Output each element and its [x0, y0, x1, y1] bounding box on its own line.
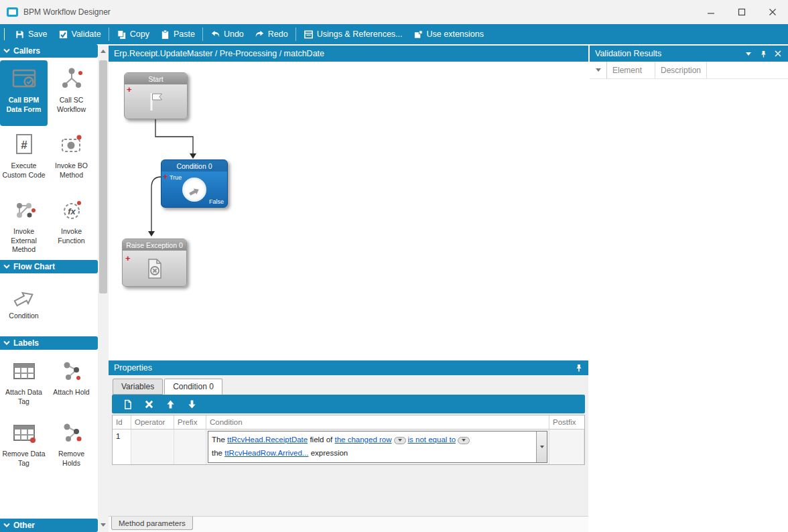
delete-row-button[interactable]: [139, 396, 159, 412]
column-element[interactable]: Element: [607, 62, 655, 78]
other-label: Other: [13, 521, 35, 530]
true-branch-label[interactable]: True: [170, 174, 182, 181]
validate-button[interactable]: Validate: [53, 24, 107, 44]
panel-pin-button[interactable]: [759, 49, 768, 58]
section-header-other[interactable]: Other: [0, 519, 98, 532]
tab-method-parameters[interactable]: Method parameters: [111, 517, 193, 530]
cell-condition[interactable]: The ttRcvHead.ReceiptDate field of the c…: [206, 429, 549, 464]
filter-dropdown-button[interactable]: [590, 62, 607, 78]
validation-filter-row: Element Description: [590, 62, 788, 79]
scrollbar-thumb[interactable]: [99, 60, 107, 293]
copy-button[interactable]: Copy: [111, 24, 155, 44]
tool-remove-data-tag[interactable]: Remove Data Tag: [0, 414, 48, 476]
cell-id: 1: [113, 429, 131, 464]
scroll-down-icon[interactable]: [101, 523, 106, 527]
operator-dropdown[interactable]: [458, 437, 470, 444]
add-marker-icon[interactable]: +: [163, 174, 168, 180]
section-header-labels[interactable]: Labels: [0, 336, 98, 350]
maximize-icon: [738, 8, 746, 16]
condition-toolbar: [112, 395, 585, 413]
minimize-button[interactable]: [696, 0, 726, 24]
column-description[interactable]: Description: [655, 62, 707, 78]
maximize-button[interactable]: [726, 0, 757, 24]
validation-results-list: [590, 79, 788, 532]
properties-title: Properties: [114, 363, 152, 373]
bottom-tab-strip: Method parameters: [109, 516, 588, 532]
delete-x-icon: [144, 399, 154, 409]
copy-icon: [117, 29, 127, 40]
toolbar-separator: [202, 27, 203, 41]
move-down-button[interactable]: [182, 396, 202, 412]
tool-invoke-bo-method[interactable]: Invoke BO Method: [48, 126, 95, 192]
field-link[interactable]: ttRcvHead.ReceiptDate: [227, 436, 308, 444]
save-button[interactable]: Save: [9, 24, 53, 44]
sidebar-scrollbar[interactable]: [98, 46, 109, 532]
toolbar-separator: [296, 27, 296, 41]
cell-postfix[interactable]: [549, 429, 584, 464]
save-icon: [15, 29, 25, 40]
condition-editor[interactable]: The ttRcvHead.ReceiptDate field of the c…: [208, 431, 547, 463]
save-label: Save: [28, 29, 48, 39]
paste-button[interactable]: Paste: [155, 24, 200, 44]
tool-call-bpm-data-form[interactable]: Call BPM Data Form: [0, 60, 48, 126]
add-marker-icon[interactable]: +: [125, 255, 131, 262]
scroll-up-icon[interactable]: [101, 50, 106, 53]
tool-invoke-function[interactable]: fx Invoke Function: [48, 192, 95, 257]
window-title: BPM Workflow Designer: [23, 7, 111, 17]
move-up-button[interactable]: [160, 396, 180, 412]
tool-attach-data-tag[interactable]: Attach Data Tag: [0, 352, 48, 414]
close-button[interactable]: [757, 0, 788, 24]
tool-attach-hold[interactable]: Attach Hold: [48, 352, 95, 414]
condition-combo-button[interactable]: [536, 431, 547, 462]
extensions-icon: [413, 29, 423, 40]
cell-operator[interactable]: [131, 429, 174, 464]
section-header-flow-chart[interactable]: Flow Chart: [0, 260, 98, 273]
redo-button[interactable]: Redo: [249, 24, 293, 44]
expression-link[interactable]: ttRcvHeadRow.Arrived...: [224, 449, 308, 457]
operator-link[interactable]: is not equal to: [408, 436, 456, 444]
toolbar-grip: [4, 28, 6, 40]
col-postfix: Postfix: [549, 415, 584, 429]
usings-references-button[interactable]: Usings & References...: [298, 24, 408, 44]
node-condition-0[interactable]: Condition 0 + True False: [161, 159, 228, 208]
condition-row[interactable]: 1 The ttRcvHead.ReceiptDate field of the…: [113, 429, 584, 464]
data-tag-icon: [11, 358, 38, 385]
caret-down-icon: [462, 439, 466, 442]
node-raise-exception-0[interactable]: Raise Exception 0 +: [122, 239, 187, 287]
breadcrumb-text: Erp.Receipt.UpdateMaster / Pre-Processin…: [114, 49, 324, 58]
add-marker-icon[interactable]: +: [127, 86, 132, 93]
row-scope-dropdown[interactable]: [394, 437, 406, 444]
tool-label: Call BPM Data Form: [1, 96, 46, 114]
chevron-down-icon: [3, 523, 10, 528]
tool-condition[interactable]: Condition: [0, 276, 48, 334]
use-extensions-button[interactable]: Use extensions: [408, 24, 489, 44]
node-start-title: Start: [125, 73, 187, 84]
undo-button[interactable]: Undo: [205, 24, 249, 44]
validation-results-panel: Validation Results Element Description: [590, 44, 788, 532]
chevron-down-icon: [3, 264, 10, 269]
condition-line-1: The ttRcvHead.ReceiptDate field of the c…: [212, 434, 533, 447]
tool-call-sc-workflow[interactable]: Call SC Workflow: [48, 60, 95, 126]
row-scope-link[interactable]: the changed row: [334, 436, 391, 444]
panel-menu-button[interactable]: [744, 49, 753, 58]
panel-close-button[interactable]: [773, 49, 783, 58]
tool-invoke-external-method[interactable]: Invoke External Method: [0, 192, 48, 257]
false-branch-label[interactable]: False: [209, 198, 224, 205]
data-tag-icon: [11, 419, 38, 446]
pin-icon[interactable]: [575, 364, 583, 372]
tool-execute-custom-code[interactable]: # Execute Custom Code: [0, 126, 48, 192]
tab-variables[interactable]: Variables: [113, 379, 163, 395]
title-bar: BPM Workflow Designer: [0, 0, 788, 24]
hold-dots-icon: [58, 419, 85, 446]
cell-prefix[interactable]: [174, 429, 206, 464]
window-controls: [696, 0, 788, 24]
chevron-down-icon: [3, 340, 10, 346]
section-header-callers[interactable]: Callers: [0, 44, 98, 58]
new-row-button[interactable]: [117, 396, 137, 412]
tab-condition-0[interactable]: Condition 0: [164, 379, 222, 395]
main-toolbar: Save Validate Copy Paste Undo Redo Using…: [0, 24, 788, 44]
node-start[interactable]: Start +: [124, 72, 188, 119]
tool-remove-holds[interactable]: Remove Holds: [48, 414, 95, 476]
workflow-canvas[interactable]: Start + Condition 0 + True False Ra: [109, 62, 588, 360]
validation-results-header: Validation Results: [590, 46, 788, 62]
